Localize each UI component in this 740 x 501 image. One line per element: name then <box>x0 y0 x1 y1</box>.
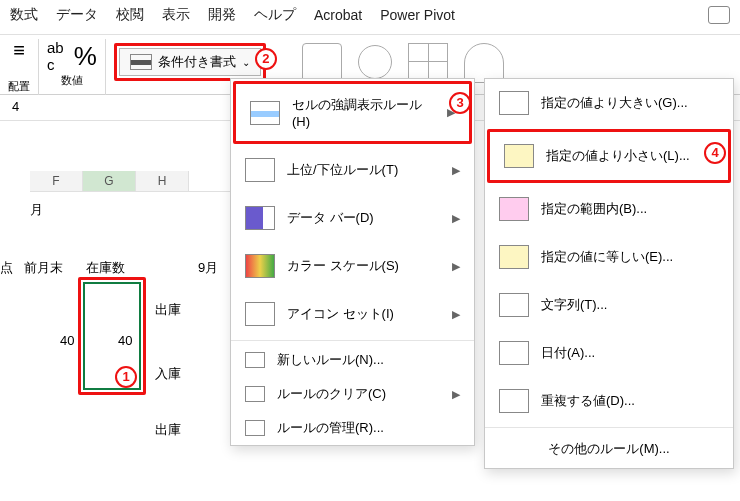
annotation-badge-3: 3 <box>449 92 471 114</box>
menu-acrobat[interactable]: Acrobat <box>314 7 362 23</box>
align-icon[interactable]: ≡ <box>13 39 25 62</box>
data-bars-icon <box>245 206 275 230</box>
menu-data[interactable]: データ <box>56 6 98 24</box>
top-bottom-icon <box>245 158 275 182</box>
icon-sets-icon <box>245 302 275 326</box>
annotation-box-4: 指定の値より小さい(L)... 4 <box>487 129 731 183</box>
annotation-badge-4: 4 <box>704 142 726 164</box>
menu-top-bottom-label: 上位/下位ルール(T) <box>287 161 398 179</box>
cell-label-stock[interactable]: 在庫数 <box>86 259 125 277</box>
annotation-box-1: 1 <box>78 277 146 395</box>
submenu-date-occurring[interactable]: 日付(A)... <box>485 329 733 377</box>
chevron-right-icon: ▶ <box>452 308 460 321</box>
submenu-text-contains-label: 文字列(T)... <box>541 296 607 314</box>
align-group-label: 配置 <box>8 79 30 94</box>
chart-icon[interactable] <box>464 43 504 83</box>
highlight-rules-icon <box>250 101 280 125</box>
submenu-greater-than-label: 指定の値より大きい(G)... <box>541 94 688 112</box>
submenu-equal-to-label: 指定の値に等しい(E)... <box>541 248 673 266</box>
menu-new-rule-label: 新しいルール(N)... <box>277 351 384 369</box>
menu-new-rule[interactable]: 新しいルール(N)... <box>231 343 474 377</box>
insert-icon[interactable] <box>408 43 448 79</box>
separator <box>485 427 733 428</box>
between-icon <box>499 197 529 221</box>
menu-color-scales-label: カラー スケール(S) <box>287 257 399 275</box>
menu-review[interactable]: 校閲 <box>116 6 144 24</box>
text-contains-icon <box>499 293 529 317</box>
equal-to-icon <box>499 245 529 269</box>
menu-clear-rules-label: ルールのクリア(C) <box>277 385 386 403</box>
conditional-formatting-button[interactable]: 条件付き書式 ⌄ <box>119 48 261 76</box>
submenu-text-contains[interactable]: 文字列(T)... <box>485 281 733 329</box>
menu-help[interactable]: ヘルプ <box>254 6 296 24</box>
less-than-icon <box>504 144 534 168</box>
new-rule-icon <box>245 352 265 368</box>
menu-highlight-rules[interactable]: セルの強調表示ルール(H) ▶ <box>236 84 469 141</box>
ribbon-right-group <box>270 39 504 83</box>
col-header-h[interactable]: H <box>136 171 189 191</box>
cell-in[interactable]: 入庫 <box>155 365 181 383</box>
submenu-between-label: 指定の範囲内(B)... <box>541 200 647 218</box>
menu-manage-rules[interactable]: ルールの管理(R)... <box>231 411 474 445</box>
annotation-box-2: 条件付き書式 ⌄ 2 <box>114 43 266 81</box>
menu-highlight-rules-label: セルの強調表示ルール(H) <box>292 96 435 129</box>
annotation-badge-1: 1 <box>115 366 137 388</box>
menu-data-bars-label: データ バー(D) <box>287 209 374 227</box>
submenu-more-rules-label: その他のルール(M)... <box>548 440 669 458</box>
chevron-right-icon: ▶ <box>452 260 460 273</box>
ribbon-group-align: ≡ 配置 <box>0 39 38 94</box>
menu-clear-rules[interactable]: ルールのクリア(C) ▶ <box>231 377 474 411</box>
chevron-right-icon: ▶ <box>452 388 460 401</box>
menubar: 数式 データ 校閲 表示 開発 ヘルプ Acrobat Power Pivot <box>0 0 740 35</box>
format-as-table-icon[interactable] <box>302 43 342 83</box>
cell-label-prev[interactable]: 前月末 <box>24 259 63 277</box>
cell-val-g[interactable]: 40 <box>118 333 132 348</box>
separator <box>231 340 474 341</box>
cell-month[interactable]: 月 <box>30 201 43 219</box>
menu-manage-rules-label: ルールの管理(R)... <box>277 419 384 437</box>
formula-bar-value: 4 <box>12 99 19 114</box>
chevron-right-icon: ▶ <box>452 212 460 225</box>
duplicate-icon <box>499 389 529 413</box>
clear-rules-icon <box>245 386 265 402</box>
submenu-greater-than[interactable]: 指定の値より大きい(G)... <box>485 79 733 127</box>
submenu-less-than[interactable]: 指定の値より小さい(L)... <box>490 132 728 180</box>
dropdown-chevron-icon: ⌄ <box>242 57 250 68</box>
date-icon <box>499 341 529 365</box>
phonetic-icon[interactable]: abc <box>47 39 64 73</box>
menu-view[interactable]: 表示 <box>162 6 190 24</box>
cell-label-k[interactable]: 点 <box>0 259 13 277</box>
contextual-tab-icon[interactable] <box>708 6 730 24</box>
conditional-formatting-menu: セルの強調表示ルール(H) ▶ 3 上位/下位ルール(T) ▶ データ バー(D… <box>230 78 475 446</box>
submenu-duplicate-values[interactable]: 重複する値(D)... <box>485 377 733 425</box>
submenu-date-occurring-label: 日付(A)... <box>541 344 595 362</box>
submenu-between[interactable]: 指定の範囲内(B)... <box>485 185 733 233</box>
menu-powerpivot[interactable]: Power Pivot <box>380 7 455 23</box>
cell-out2[interactable]: 出庫 <box>155 421 181 439</box>
menu-icon-sets-label: アイコン セット(I) <box>287 305 394 323</box>
menu-data-bars[interactable]: データ バー(D) ▶ <box>231 194 474 242</box>
chevron-right-icon: ▶ <box>452 164 460 177</box>
submenu-duplicate-values-label: 重複する値(D)... <box>541 392 635 410</box>
highlight-rules-submenu: 指定の値より大きい(G)... 指定の値より小さい(L)... 4 指定の範囲内… <box>484 78 734 469</box>
submenu-more-rules[interactable]: その他のルール(M)... <box>485 430 733 468</box>
menu-top-bottom[interactable]: 上位/下位ルール(T) ▶ <box>231 146 474 194</box>
greater-than-icon <box>499 91 529 115</box>
cell-label-sept[interactable]: 9月 <box>198 259 218 277</box>
col-header-g[interactable]: G <box>83 171 136 191</box>
conditional-formatting-icon <box>130 54 152 70</box>
menu-color-scales[interactable]: カラー スケール(S) ▶ <box>231 242 474 290</box>
cell-styles-icon[interactable] <box>358 45 392 79</box>
menu-dev[interactable]: 開発 <box>208 6 236 24</box>
submenu-less-than-label: 指定の値より小さい(L)... <box>546 147 690 165</box>
menu-formula[interactable]: 数式 <box>10 6 38 24</box>
cell-val-f[interactable]: 40 <box>60 333 74 348</box>
cell-out1[interactable]: 出庫 <box>155 301 181 319</box>
number-group-label: 数値 <box>61 73 83 88</box>
manage-rules-icon <box>245 420 265 436</box>
annotation-box-3: セルの強調表示ルール(H) ▶ 3 <box>233 81 472 144</box>
col-header-f[interactable]: F <box>30 171 83 191</box>
menu-icon-sets[interactable]: アイコン セット(I) ▶ <box>231 290 474 338</box>
submenu-equal-to[interactable]: 指定の値に等しい(E)... <box>485 233 733 281</box>
percent-icon[interactable]: % <box>74 43 97 69</box>
